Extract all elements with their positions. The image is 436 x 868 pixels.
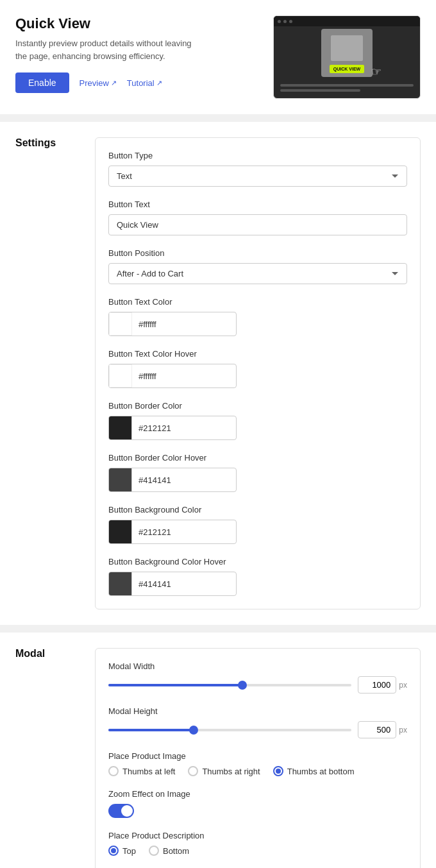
hero-actions: Enable Preview Tutorial	[15, 72, 263, 93]
settings-section-label: Settings	[15, 137, 80, 149]
button-text-label: Button Text	[108, 200, 407, 209]
button-text-color-input[interactable]	[132, 314, 237, 334]
modal-width-label: Modal Width	[108, 661, 407, 671]
thumbs-left-option[interactable]: Thumbs at left	[108, 766, 175, 776]
settings-section: Settings Button Type Text Icon Icon + Te…	[0, 122, 436, 625]
hero-content: Quick View Instantly preview product det…	[15, 15, 263, 93]
button-border-color-hover-input[interactable]	[132, 470, 237, 490]
button-type-group: Button Type Text Icon Icon + Text	[108, 151, 407, 187]
button-bg-color-field	[108, 520, 237, 544]
mock-line-1	[280, 84, 414, 87]
button-text-group: Button Text	[108, 200, 407, 235]
place-product-image-label: Place Product Image	[108, 751, 407, 761]
enable-button[interactable]: Enable	[15, 72, 69, 93]
zoom-effect-label: Zoom Effect on Image	[108, 789, 407, 799]
settings-panel: Button Type Text Icon Icon + Text Button…	[95, 137, 421, 609]
button-bg-color-swatch[interactable]	[109, 520, 132, 543]
page-wrapper: Quick View Instantly preview product det…	[0, 0, 436, 868]
thumbs-left-radio[interactable]	[108, 766, 119, 776]
modal-height-slider-row: px	[108, 721, 407, 738]
place-product-description-radio-group: Top Bottom	[108, 846, 407, 856]
button-bg-color-hover-swatch[interactable]	[109, 572, 132, 595]
button-text-color-hover-swatch[interactable]	[109, 364, 132, 387]
preview-link[interactable]: Preview	[80, 78, 117, 88]
modal-section-label: Modal	[15, 648, 80, 660]
hero-section: Quick View Instantly preview product det…	[0, 0, 436, 114]
hero-description: Instantly preview product details withou…	[15, 37, 195, 62]
button-position-group: Button Position After - Add to Cart Befo…	[108, 248, 407, 284]
modal-width-group: Modal Width px	[108, 661, 407, 694]
button-border-color-group: Button Border Color	[108, 401, 407, 440]
modal-width-input[interactable]	[358, 676, 396, 694]
place-product-description-label: Place Product Description	[108, 831, 407, 840]
button-bg-color-label: Button Background Color	[108, 505, 407, 515]
button-border-color-label: Button Border Color	[108, 401, 407, 411]
mock-page-lines	[280, 84, 414, 92]
button-border-color-field	[108, 416, 237, 440]
modal-width-track-wrapper	[108, 684, 351, 686]
button-border-color-hover-group: Button Border Color Hover	[108, 453, 407, 492]
thumbs-bottom-option[interactable]: Thumbs at bottom	[273, 766, 355, 776]
button-position-select[interactable]: After - Add to Cart Before - Add to Cart…	[108, 263, 407, 284]
desc-top-label: Top	[122, 846, 136, 856]
desc-bottom-radio[interactable]	[149, 846, 159, 856]
modal-height-input-group: px	[358, 721, 407, 738]
button-text-color-hover-group: Button Text Color Hover	[108, 349, 407, 388]
button-text-color-swatch[interactable]	[109, 312, 132, 336]
button-bg-color-group: Button Background Color	[108, 505, 407, 544]
thumbs-right-label: Thumbs at right	[202, 767, 260, 776]
button-text-color-group: Button Text Color	[108, 297, 407, 336]
modal-width-input-group: px	[358, 676, 407, 694]
modal-height-thumb[interactable]	[189, 726, 198, 735]
desc-bottom-label: Bottom	[163, 846, 189, 856]
thumbs-left-label: Thumbs at left	[122, 767, 175, 776]
button-border-color-swatch[interactable]	[109, 416, 132, 439]
button-text-color-field	[108, 312, 237, 336]
button-bg-color-hover-field	[108, 572, 237, 596]
button-text-color-hover-label: Button Text Color Hover	[108, 349, 407, 359]
thumbs-bottom-label: Thumbs at bottom	[287, 767, 355, 776]
modal-width-thumb[interactable]	[238, 681, 247, 690]
zoom-effect-toggle[interactable]	[108, 804, 134, 818]
button-type-label: Button Type	[108, 151, 407, 160]
tutorial-link[interactable]: Tutorial	[127, 78, 162, 88]
button-bg-color-hover-group: Button Background Color Hover	[108, 557, 407, 596]
mock-cursor-icon: ☞	[371, 65, 382, 79]
zoom-effect-group: Zoom Effect on Image	[108, 789, 407, 818]
modal-height-input[interactable]	[358, 721, 396, 738]
thumbs-right-option[interactable]: Thumbs at right	[188, 766, 260, 776]
modal-panel: Modal Width px Modal Height	[95, 648, 421, 868]
button-bg-color-input[interactable]	[132, 522, 237, 542]
desc-top-option[interactable]: Top	[108, 846, 136, 856]
mock-product-card: QUICK VIEW	[321, 29, 373, 77]
desc-bottom-option[interactable]: Bottom	[149, 846, 189, 856]
thumbs-right-radio[interactable]	[188, 766, 198, 776]
button-border-color-hover-field	[108, 468, 237, 492]
button-text-input[interactable]	[108, 214, 407, 235]
button-border-color-hover-label: Button Border Color Hover	[108, 453, 407, 463]
place-product-description-group: Place Product Description Top Bottom	[108, 831, 407, 856]
modal-height-unit: px	[399, 726, 407, 735]
thumbs-bottom-radio[interactable]	[273, 766, 283, 776]
modal-width-slider-row: px	[108, 676, 407, 694]
button-text-color-hover-input[interactable]	[132, 366, 237, 386]
button-text-color-label: Button Text Color	[108, 297, 407, 307]
button-bg-color-hover-input[interactable]	[132, 574, 237, 594]
button-type-select[interactable]: Text Icon Icon + Text	[108, 166, 407, 187]
modal-height-track-wrapper	[108, 729, 351, 731]
desc-top-radio[interactable]	[108, 846, 119, 856]
modal-height-track	[108, 729, 351, 731]
button-border-color-hover-swatch[interactable]	[109, 468, 132, 491]
hero-preview-image: QUICK VIEW ☞	[273, 15, 421, 99]
mock-product-img	[331, 35, 363, 61]
button-border-color-input[interactable]	[132, 418, 237, 438]
modal-width-fill	[108, 684, 242, 686]
place-product-image-group: Place Product Image Thumbs at left Thumb…	[108, 751, 407, 776]
mock-quick-view-btn: QUICK VIEW	[330, 65, 364, 73]
modal-height-group: Modal Height px	[108, 706, 407, 738]
hero-title: Quick View	[15, 15, 263, 32]
button-bg-color-hover-label: Button Background Color Hover	[108, 557, 407, 566]
button-text-color-hover-field	[108, 364, 237, 388]
mock-line-2	[280, 89, 360, 92]
section-gap-2	[0, 625, 436, 633]
